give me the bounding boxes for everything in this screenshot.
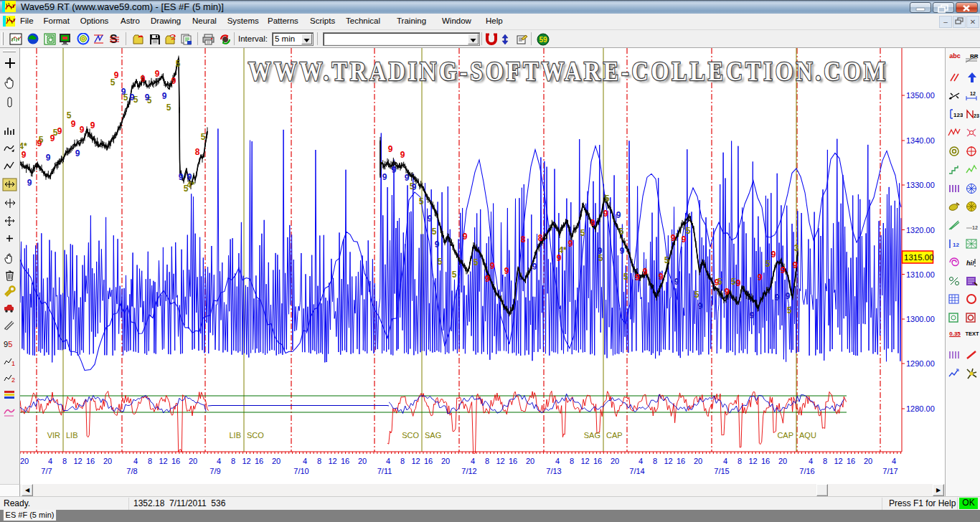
svg-text:8: 8 [148,457,152,465]
svg-text:4: 4 [217,457,221,465]
svg-text:8: 8 [231,457,235,465]
svg-text:9: 9 [57,126,62,136]
svg-text:4: 4 [303,457,307,465]
svg-text:8: 8 [62,457,67,465]
svg-text:9: 9 [793,260,798,270]
svg-text:95: 95 [4,340,12,348]
svg-text:9: 9 [392,165,397,175]
svg-text:5: 5 [53,128,58,138]
svg-text:9: 9 [121,87,126,97]
svg-text:5: 5 [452,270,457,280]
svg-text:8: 8 [521,234,526,245]
svg-text:16: 16 [761,457,770,465]
svg-text:9: 9 [400,150,405,160]
svg-text:5: 5 [717,277,722,287]
svg-text:12: 12 [972,225,978,230]
svg-text:16: 16 [424,457,433,465]
svg-text:1340.00: 1340.00 [906,136,935,145]
svg-text:4: 4 [133,457,138,465]
svg-text:12: 12 [159,457,167,465]
svg-text:23: 23 [974,113,979,118]
svg-text:9: 9 [155,69,160,79]
svg-text:8: 8 [195,147,200,157]
svg-text:16: 16 [509,457,517,465]
svg-text:5: 5 [623,272,628,282]
svg-text:1310.00: 1310.00 [906,270,935,279]
svg-text:9: 9 [27,178,32,188]
svg-text:12: 12 [970,91,976,96]
svg-text:16: 16 [341,457,349,465]
svg-text:9: 9 [781,265,786,275]
svg-text:8: 8 [317,457,321,465]
svg-text:9: 9 [786,291,791,301]
svg-text:4: 4 [723,457,727,465]
svg-text:CAP: CAP [606,431,623,440]
svg-text:4*: 4* [558,245,567,255]
svg-text:7/8: 7/8 [126,467,137,475]
svg-text:20: 20 [358,457,367,465]
svg-text:9: 9 [388,144,393,154]
svg-text:9: 9 [162,91,167,101]
svg-text:5: 5 [110,77,116,87]
svg-text:7/10: 7/10 [293,467,308,475]
svg-text:5: 5 [438,257,443,267]
svg-text:9: 9 [643,267,648,277]
svg-text:9: 9 [485,274,490,284]
svg-text:16: 16 [171,457,180,465]
svg-text:9: 9 [504,266,509,276]
svg-text:20: 20 [694,457,702,465]
svg-text:20: 20 [441,457,450,465]
svg-text:5: 5 [694,290,699,300]
svg-text:20: 20 [778,457,787,465]
svg-text:9: 9 [145,92,150,103]
svg-text:5: 5 [166,103,171,113]
svg-text:4: 4 [809,457,813,465]
svg-text:12: 12 [834,457,842,465]
svg-text:1290.00: 1290.00 [906,359,935,368]
svg-text:9: 9 [603,209,608,219]
svg-text:9: 9 [187,172,192,182]
svg-text:20: 20 [864,457,872,465]
svg-text:5: 5 [176,59,181,69]
svg-text:5: 5 [765,259,771,269]
svg-text:8: 8 [738,457,742,465]
svg-text:9: 9 [758,272,763,283]
svg-text:9: 9 [75,148,80,158]
svg-text:59: 59 [540,36,548,44]
svg-text:4: 4 [892,457,896,465]
svg-text:5: 5 [473,257,479,267]
svg-text:5: 5 [605,194,610,204]
svg-text:5: 5 [419,196,424,207]
svg-text:12: 12 [580,457,589,465]
svg-text:CAP: CAP [777,431,793,440]
svg-text:RR: RR [970,53,979,60]
svg-text:9: 9 [90,120,95,130]
svg-text:16: 16 [593,457,602,465]
svg-text:WWW.TRADING-SOFTWARE-COLLECTIO: WWW.TRADING-SOFTWARE-COLLECTION.COM [248,56,888,86]
svg-text:16: 16 [847,457,855,465]
svg-text:8: 8 [400,457,405,465]
svg-text:SAG: SAG [584,431,600,440]
svg-text:9: 9 [428,214,433,224]
svg-text:1280.00: 1280.00 [906,404,935,413]
svg-text:8: 8 [823,457,827,465]
svg-text:12: 12 [411,457,420,465]
svg-text:7/9: 7/9 [209,467,220,475]
svg-text:20: 20 [611,457,619,465]
svg-text:7/13: 7/13 [546,467,561,475]
svg-text:12: 12 [496,457,504,465]
svg-text:5: 5 [787,305,792,315]
svg-text:4: 4 [48,457,52,465]
svg-text:9: 9 [635,272,640,283]
svg-text:9: 9 [659,272,664,282]
svg-text:9: 9 [412,182,417,192]
svg-text:1330.00: 1330.00 [906,181,935,189]
svg-text:4: 4 [555,457,560,465]
svg-text:7/14: 7/14 [629,467,644,475]
svg-text:8: 8 [653,457,657,465]
svg-text:9: 9 [405,173,410,183]
svg-text:9: 9 [674,277,679,287]
svg-text:VIR: VIR [47,431,60,440]
svg-text:9: 9 [568,239,573,249]
svg-text:9: 9 [382,172,387,182]
